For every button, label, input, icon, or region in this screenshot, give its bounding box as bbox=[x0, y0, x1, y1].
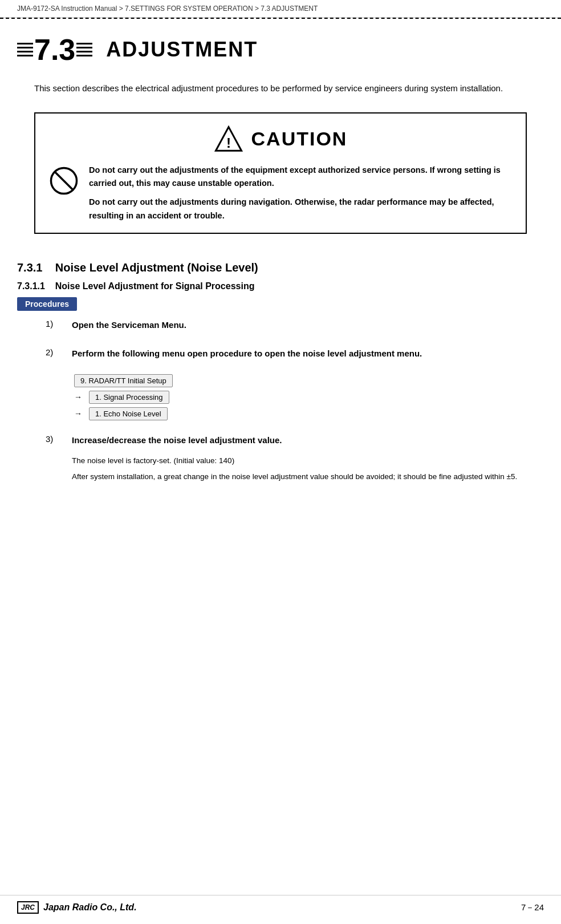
step-2-text: Perform the following menu open procedur… bbox=[72, 347, 422, 360]
caution-line2: Do not carry out the adjustments during … bbox=[89, 196, 512, 222]
breadcrumb-text: JMA-9172-SA Instruction Manual > 7.SETTI… bbox=[17, 5, 318, 13]
step-1-text: Open the Serviceman Menu. bbox=[72, 319, 186, 332]
section-header: 7.3 ADJUSTMENT bbox=[0, 19, 561, 76]
menu-path-row-3: → 1. Echo Noise Level bbox=[74, 407, 544, 420]
menu-path-row-1: 9. RADAR/TT Initial Setup bbox=[74, 374, 544, 387]
menu-box-1: 9. RADAR/TT Initial Setup bbox=[74, 374, 173, 387]
subsection-2-title: 7.3.1.1 Noise Level Adjustment for Signa… bbox=[17, 281, 254, 291]
step-3-info-line1: The noise level is factory-set. (Initial… bbox=[72, 455, 544, 467]
step-1: 1) Open the Serviceman Menu. bbox=[17, 311, 544, 340]
menu-path-row-2: → 1. Signal Processing bbox=[74, 391, 544, 404]
section-number-box: 7.3 bbox=[17, 35, 92, 64]
footer-company: Japan Radio Co., Ltd. bbox=[43, 902, 137, 913]
warning-triangle-icon: ! bbox=[214, 124, 243, 153]
step-2-number: 2) bbox=[46, 347, 63, 357]
menu-box-2: 1. Signal Processing bbox=[89, 391, 169, 404]
step-2: 2) Perform the following menu open proce… bbox=[17, 339, 544, 368]
subsection-7-3-1-1: 7.3.1.1 Noise Level Adjustment for Signa… bbox=[0, 274, 561, 291]
intro-paragraph: This section describes the electrical ad… bbox=[34, 83, 503, 93]
steps-container: 1) Open the Serviceman Menu. 2) Perform … bbox=[0, 311, 561, 483]
caution-body: Do not carry out the adjustments of the … bbox=[49, 164, 512, 222]
footer-logo: JRC Japan Radio Co., Ltd. bbox=[17, 901, 137, 914]
arrow-2: → bbox=[74, 409, 82, 418]
step-3: 3) Increase/decrease the noise level adj… bbox=[17, 426, 544, 455]
step-3-info-line2: After system installation, a great chang… bbox=[72, 471, 544, 483]
footer: JRC Japan Radio Co., Ltd. 7－24 bbox=[0, 895, 561, 914]
step-1-number: 1) bbox=[46, 319, 63, 329]
svg-text:!: ! bbox=[226, 135, 231, 151]
procedures-badge: Procedures bbox=[17, 297, 77, 311]
step-3-info: The noise level is factory-set. (Initial… bbox=[17, 455, 544, 483]
caution-title: CAUTION bbox=[251, 128, 348, 150]
intro-text: This section describes the electrical ad… bbox=[0, 76, 561, 107]
caution-line1: Do not carry out the adjustments of the … bbox=[89, 164, 512, 190]
menu-path-diagram: 9. RADAR/TT Initial Setup → 1. Signal Pr… bbox=[74, 374, 544, 420]
jrc-label: JRC bbox=[17, 901, 39, 914]
subsection-7-3-1: 7.3.1 Noise Level Adjustment (Noise Leve… bbox=[0, 251, 561, 274]
left-lines bbox=[17, 42, 33, 58]
step-3-text: Increase/decrease the noise level adjust… bbox=[72, 434, 282, 447]
step-3-number: 3) bbox=[46, 434, 63, 444]
right-lines bbox=[76, 42, 92, 58]
menu-box-3: 1. Echo Noise Level bbox=[89, 407, 168, 420]
breadcrumb: JMA-9172-SA Instruction Manual > 7.SETTI… bbox=[0, 0, 561, 18]
caution-header: ! CAUTION bbox=[49, 124, 512, 153]
caution-box: ! CAUTION Do not carry out the adjustmen… bbox=[34, 112, 527, 234]
svg-line-3 bbox=[55, 172, 72, 189]
arrow-1: → bbox=[74, 392, 82, 402]
section-number: 7.3 bbox=[34, 35, 75, 64]
footer-page-number: 7－24 bbox=[521, 902, 544, 913]
section-title: ADJUSTMENT bbox=[106, 38, 258, 62]
caution-body-text: Do not carry out the adjustments of the … bbox=[89, 164, 512, 222]
no-symbol-icon bbox=[49, 166, 79, 196]
subsection-1-title: 7.3.1 Noise Level Adjustment (Noise Leve… bbox=[17, 261, 258, 274]
